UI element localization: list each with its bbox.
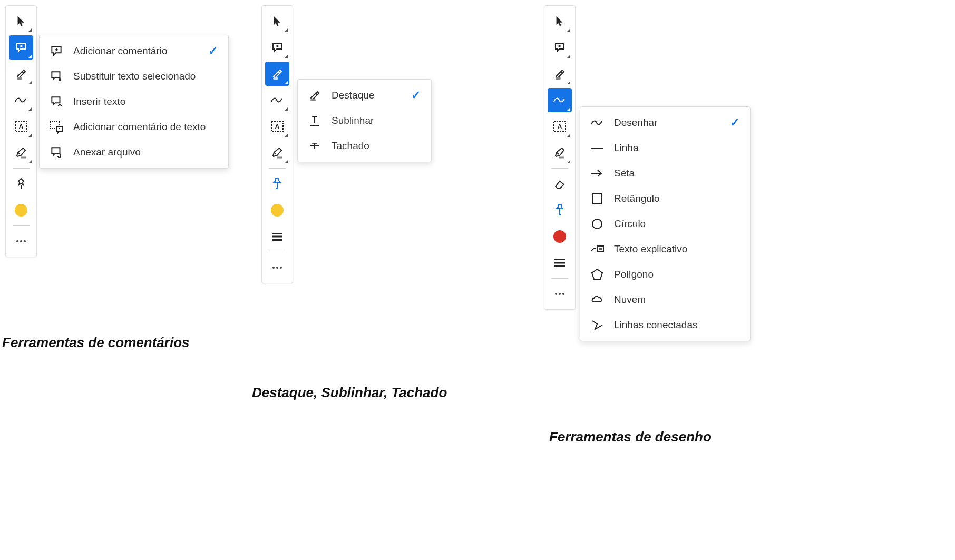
svg-point-23 <box>555 293 557 295</box>
toolbar-divider <box>551 278 568 279</box>
drawing-flyout: Desenhar ✓ Linha ✓ Seta ✓ Retângulo ✓ Cí… <box>580 106 751 341</box>
speech-caret-icon <box>49 94 64 109</box>
svg-rect-27 <box>592 194 602 203</box>
svg-point-4 <box>24 240 26 242</box>
flyout-item-text-comment[interactable]: Adicionar comentário de texto ✓ <box>40 114 228 140</box>
circle-icon <box>590 217 605 231</box>
textbox-tool[interactable]: A <box>9 114 33 139</box>
arrow-icon <box>590 166 605 181</box>
toolbar-divider <box>551 168 568 169</box>
flyout-item-insert-text[interactable]: Inserir texto ✓ <box>40 89 228 114</box>
flyout-item-connected-lines[interactable]: Linhas conectadas ✓ <box>580 312 750 338</box>
flyout-item-attach-file[interactable]: Anexar arquivo ✓ <box>40 140 228 165</box>
expand-corner-icon <box>567 55 570 58</box>
flyout-item-cloud[interactable]: Nuvem ✓ <box>580 287 750 312</box>
svg-text:A: A <box>557 123 562 131</box>
toolbar-divider <box>269 168 286 169</box>
flyout-item-label: Tachado <box>332 140 394 152</box>
toolbar-divider <box>13 168 30 169</box>
flyout-item-label: Retângulo <box>614 193 713 204</box>
svg-point-25 <box>562 293 564 295</box>
pointer-tool[interactable] <box>548 9 572 33</box>
flyout-item-draw[interactable]: Desenhar ✓ <box>580 110 750 135</box>
pointer-tool[interactable] <box>9 9 33 33</box>
textbox-tool[interactable]: A <box>548 114 572 139</box>
check-icon: ✓ <box>411 89 422 102</box>
flyout-item-strike[interactable]: T Tachado ✓ <box>298 133 431 159</box>
toolbar-divider <box>13 225 30 226</box>
more-tools[interactable] <box>9 229 33 253</box>
add-comment-tool[interactable] <box>548 35 572 60</box>
svg-point-2 <box>16 240 18 242</box>
flyout-item-arrow[interactable]: Seta ✓ <box>580 161 750 186</box>
drawing-toolbar: A <box>544 5 576 310</box>
flyout-item-label: Adicionar comentário de texto <box>73 121 206 133</box>
caption-comments: Ferramentas de comentários <box>2 335 189 351</box>
add-comment-tool[interactable] <box>265 35 289 60</box>
flyout-item-label: Desenhar <box>614 117 713 129</box>
pen-tool[interactable] <box>548 141 572 165</box>
flyout-item-label: Sublinhar <box>332 115 394 126</box>
svg-text:T: T <box>312 115 317 124</box>
svg-point-3 <box>20 240 22 242</box>
color-swatch[interactable] <box>265 198 289 222</box>
flyout-item-underline[interactable]: T Sublinhar ✓ <box>298 108 431 133</box>
yellow-dot-icon <box>15 204 27 217</box>
callout-icon <box>590 242 605 257</box>
more-tools[interactable] <box>548 282 572 306</box>
pen-tool[interactable] <box>9 141 33 165</box>
svg-text:A: A <box>18 123 24 131</box>
cloud-icon <box>590 292 605 307</box>
highlight-tool[interactable] <box>548 62 572 86</box>
highlight-tool[interactable] <box>265 62 289 86</box>
flyout-item-label: Seta <box>614 168 713 179</box>
highlighter-icon <box>307 88 322 103</box>
pin-tool[interactable] <box>9 172 33 196</box>
svg-point-28 <box>592 219 602 229</box>
pin-tool[interactable] <box>548 198 572 222</box>
expand-corner-icon <box>28 55 32 58</box>
line-weight-tool[interactable] <box>265 224 289 249</box>
draw-tool[interactable] <box>265 88 289 112</box>
flyout-item-label: Texto explicativo <box>614 243 713 255</box>
highlight-tool[interactable] <box>9 62 33 86</box>
more-tools[interactable] <box>265 256 289 280</box>
color-swatch[interactable] <box>548 224 572 249</box>
flyout-item-callout[interactable]: Texto explicativo ✓ <box>580 237 750 262</box>
eraser-tool[interactable] <box>548 172 572 196</box>
textbox-tool[interactable]: A <box>265 114 289 139</box>
svg-rect-5 <box>50 121 60 129</box>
expand-corner-icon <box>567 160 570 163</box>
highlight-toolbar: A <box>261 5 293 283</box>
flyout-item-rectangle[interactable]: Retângulo ✓ <box>580 186 750 211</box>
freehand-icon <box>590 115 605 130</box>
expand-corner-icon <box>28 160 32 163</box>
svg-rect-29 <box>597 246 603 251</box>
add-comment-tool[interactable] <box>9 35 33 60</box>
speech-plus-icon <box>49 44 64 58</box>
flyout-item-polygon[interactable]: Polígono ✓ <box>580 262 750 287</box>
pen-tool[interactable] <box>265 141 289 165</box>
svg-point-12 <box>276 267 278 269</box>
svg-point-11 <box>272 267 275 269</box>
flyout-item-highlight[interactable]: Destaque ✓ <box>298 83 431 108</box>
svg-point-13 <box>280 267 282 269</box>
expand-corner-icon <box>285 28 288 32</box>
flyout-item-label: Círculo <box>614 218 713 230</box>
draw-tool[interactable] <box>548 88 572 112</box>
pin-tool[interactable] <box>265 172 289 196</box>
line-weight-tool[interactable] <box>548 251 572 275</box>
draw-tool[interactable] <box>9 88 33 112</box>
flyout-item-replace-text[interactable]: Substituir texto selecionado ✓ <box>40 64 228 89</box>
pointer-tool[interactable] <box>265 9 289 33</box>
caption-drawing: Ferramentas de desenho <box>549 429 712 445</box>
expand-corner-icon <box>285 134 288 137</box>
check-icon: ✓ <box>730 116 740 130</box>
flyout-item-line[interactable]: Linha ✓ <box>580 135 750 161</box>
flyout-item-circle[interactable]: Círculo ✓ <box>580 211 750 237</box>
svg-marker-32 <box>592 269 602 279</box>
expand-corner-icon <box>567 81 570 84</box>
flyout-item-label: Inserir texto <box>73 96 191 107</box>
color-swatch[interactable] <box>9 198 33 222</box>
flyout-item-add-comment[interactable]: Adicionar comentário ✓ <box>40 38 228 64</box>
